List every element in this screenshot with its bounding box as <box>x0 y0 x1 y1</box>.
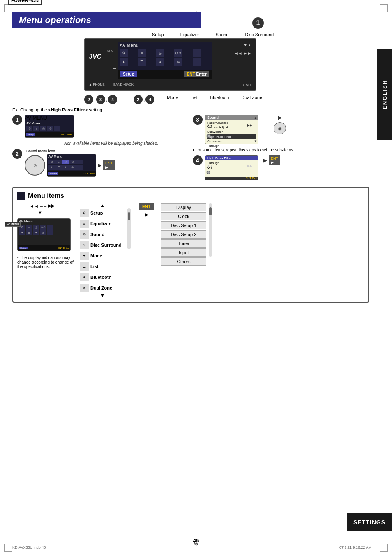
av-menu-tag-mi: AV MENU <box>5 222 21 227</box>
sl-item4-hl: High Pass Filter <box>207 134 256 139</box>
sound-menu-icon-label: Sound menu icon <box>26 149 115 153</box>
s2-cell3-hl: ◎ <box>62 160 69 164</box>
left-steps-column: 1 AV MENU AV Menu ⚙ ≡ ◎ ⊙ <box>12 115 189 183</box>
sl-item6: Through <box>207 144 256 148</box>
right-item-disc-setup-1: Disc Setup 1 <box>161 221 206 229</box>
mi-setup: Setup <box>19 247 28 249</box>
step-3-area: 3 Sound Fader/Balance Volume Adjust Subw… <box>193 115 369 144</box>
cell5 <box>54 126 60 131</box>
right-item-input: Input <box>161 248 206 257</box>
step-2-item: 2 Sound menu icon ◎ AV Menu ⚙ <box>12 149 189 177</box>
step-badge-3: 3 <box>96 95 105 104</box>
note-content: The display indications may change accor… <box>17 255 74 269</box>
menu-scroll-bar[interactable] <box>127 208 131 249</box>
right-scroll-thumb <box>209 207 212 215</box>
sl-item5: Crossover <box>207 139 256 144</box>
av-icon-6: ✦ <box>120 58 128 66</box>
s2-cell10 <box>76 165 83 170</box>
step-1-area: 1 AV MENU AV Menu ⚙ ≡ ◎ ⊙ <box>12 115 189 138</box>
step-2-screen: AV Menu ⚙ ≡ ◎ ⊙ <box>47 154 96 177</box>
right-item-others: Others <box>161 257 206 266</box>
label-setup: Setup <box>152 32 164 37</box>
example-label: Ex. Changing the <High Pass Filter> sett… <box>12 107 369 112</box>
right-list-with-scroll: Display Clock Disc Setup 1 Disc Setup 2 … <box>161 203 219 266</box>
menu-items-title: Menu items <box>17 192 364 200</box>
menu-items-heading: Menu items <box>28 192 64 199</box>
scroll-thumb <box>128 212 130 220</box>
menu-items-layout: ◄◄ – – ▶▶ ▼ AV MENU AV Menu ⚙ ≡ ◎ ⊙ <box>17 203 364 298</box>
step-4-circle: 4 <box>193 155 203 165</box>
mi-cell4: ⊙⊙ <box>40 225 46 230</box>
label-menu-equalizer: Equalizer <box>90 221 111 226</box>
icon-disc-surround: ⊙ <box>80 241 89 249</box>
step-badge-1: 1 <box>252 17 264 29</box>
top-diagram: Setup Equalizer Sound Disc Surround POWE… <box>12 32 369 104</box>
hpf-footer: ENT Exit <box>205 177 258 180</box>
step-2-area: 2 Sound menu icon ◎ AV Menu ⚙ <box>12 149 189 177</box>
av-icon-5 <box>193 49 201 57</box>
setup-box: Setup <box>120 71 137 77</box>
label-equalizer: Equalizer <box>180 32 199 37</box>
icon-list: ☰ <box>80 262 89 271</box>
page-title: Menu operations <box>12 12 201 28</box>
cell1: ⚙ <box>26 126 32 131</box>
menu-row-dual-zone: ⊗ Dual Zone <box>80 283 125 293</box>
label-mode: Mode <box>167 95 178 104</box>
av-icon-10 <box>193 58 201 66</box>
ent-right-arrow: ▶ <box>145 212 148 218</box>
s2-cell1: ⚙ <box>48 160 55 164</box>
av-icon-9: ⊗ <box>174 58 182 66</box>
right-items-list: Display Clock Disc Setup 1 Disc Setup 2 … <box>161 203 206 266</box>
right-scroll-bar[interactable] <box>209 203 212 257</box>
step-badge-4: 4 <box>108 95 117 104</box>
bottom-labels-row: 2 , 3 , 4 2 , 4 Mode List Bluetooth Dual… <box>84 95 369 104</box>
label-menu-list: List <box>90 264 99 269</box>
steps-section: 1 AV MENU AV Menu ⚙ ≡ ◎ ⊙ <box>12 115 369 183</box>
step-3-screen: Sound Fader/Balance Volume Adjust Subwoo… <box>205 115 258 144</box>
step1-footer: Setup ENT Enter <box>25 132 74 137</box>
step-4-area: 4 High Pass Filter Through On ◄◄ ▶▶ 🔘 EN… <box>193 155 369 180</box>
mi-cell9: ⊗ <box>40 230 46 235</box>
step-3-circle: 3 <box>193 115 203 125</box>
icon-dual-zone: ⊗ <box>80 284 89 292</box>
menu-left-area: ◄◄ – – ▶▶ ▼ AV MENU AV Menu ⚙ ≡ ◎ ⊙ <box>17 203 75 269</box>
filter-name: High Pass Filter <box>51 107 85 112</box>
label-menu-dual-zone: Dual Zone <box>90 285 112 290</box>
mi-cell5 <box>47 225 53 230</box>
label-disc-surround: Disc Surround <box>245 32 274 37</box>
label-sound: Sound <box>216 32 229 37</box>
mi-up-arrow: ▲ <box>100 203 105 208</box>
enter-box: ENT Enter <box>184 71 209 77</box>
s2-cell2: ≡ <box>55 160 62 164</box>
menu-items-section: Menu items ◄◄ – – ▶▶ ▼ AV MENU AV Menu <box>12 187 369 303</box>
sound-list-title: Sound <box>205 115 258 120</box>
av-screen-title: AV Menu <box>118 42 212 48</box>
av-icon-1: ⚙ <box>120 49 128 57</box>
s2-setup: Sound <box>48 172 58 175</box>
label-dual-zone: Dual Zone <box>241 95 262 104</box>
s-enter: ENT Enter <box>61 133 72 136</box>
step4-arrow: ▶ <box>263 158 267 163</box>
cell2: ≡ <box>33 126 39 131</box>
icon-mode: ✦ <box>80 252 89 260</box>
menu-right-area: Display Clock Disc Setup 1 Disc Setup 2 … <box>161 203 219 266</box>
menu-center-area: ▲ ⚙ Setup ≡ Equalizer ◎ Sound <box>80 203 131 298</box>
step2-icon-grid: ⚙ ≡ ◎ ⊙ ✦ ☰ ✦ <box>47 159 96 171</box>
s-setup: Setup <box>26 133 35 136</box>
step3-arrow: ▶ <box>278 115 282 120</box>
menu-labels-row: Setup Equalizer Sound Disc Surround <box>152 32 369 37</box>
language-sidebar: ENGLISH <box>377 49 392 140</box>
step-1-desc: Non-available items will be displayed be… <box>64 141 189 146</box>
step2-footer: Sound ENT Enter <box>47 171 96 176</box>
ent-button[interactable]: ENT <box>139 203 154 210</box>
mi-down-arrow: ▼ <box>100 293 105 298</box>
main-content: Menu operations Setup Equalizer Sound Di… <box>8 8 373 535</box>
s2-cell8: ✦ <box>62 165 69 170</box>
mi-cell7: ☰ <box>26 230 32 235</box>
av-menu-tag-1: AV MENU <box>25 115 74 121</box>
icon-setup: ⚙ <box>80 209 89 217</box>
right-item-display: Display <box>161 203 206 211</box>
hpf-title: High Pass Filter <box>205 156 258 160</box>
step2-screen-title: AV Menu <box>47 154 96 159</box>
label-list: List <box>191 95 198 104</box>
